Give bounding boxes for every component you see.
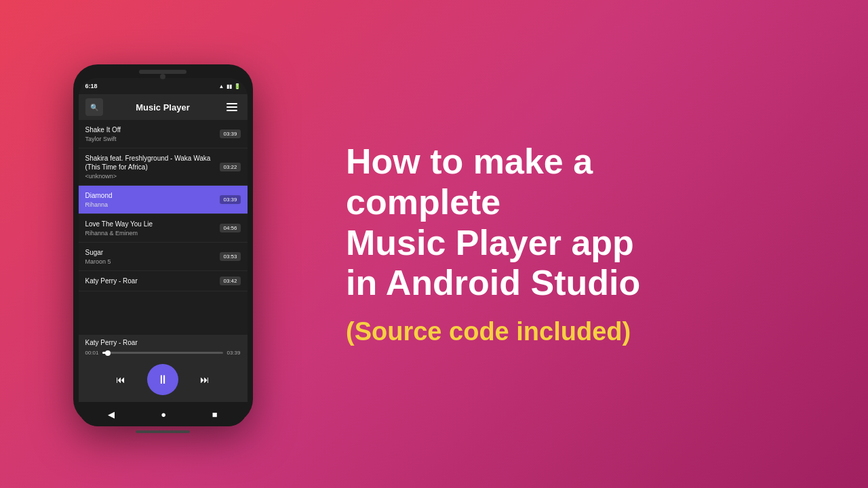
song-duration: 04:56 [220,224,240,232]
song-artist: Maroon 5 [85,258,216,265]
song-duration: 03:22 [220,163,240,171]
status-icons: ▲ ▮▮ 🔋 [219,83,241,89]
song-title: Sugar [85,248,216,257]
progress-thumb [105,350,111,356]
song-title: Katy Perry - Roar [85,277,216,285]
song-artist: <unknown> [85,173,216,180]
recents-icon: ■ [212,409,218,420]
now-playing-bar: Katy Perry - Roar 00:01 03:39 [79,335,248,359]
menu-icon [226,110,237,111]
source-code-text: (Source code included) [346,317,631,346]
song-title: Love The Way You Lie [85,220,216,228]
total-time: 03:39 [226,350,240,356]
song-info: Shakira feat. Freshlyground - Waka Waka … [85,154,216,180]
song-artist: Rihanna [85,201,216,208]
back-icon: ◀ [108,409,115,420]
phone-home-bar [136,430,190,433]
song-list: Shake It Off Taylor Swift 03:39 Shakira … [79,120,248,335]
progress-bar[interactable] [102,352,224,354]
song-info: Diamond Rihanna [85,191,216,208]
headline-line2: complete [346,182,500,222]
app-bar: 🔍 Music Player [79,94,248,120]
search-icon: 🔍 [90,104,98,111]
now-playing-title: Katy Perry - Roar [85,339,241,346]
back-button[interactable]: ◀ [108,409,115,420]
song-info: Shake It Off Taylor Swift [85,125,216,142]
list-item[interactable]: Sugar Maroon 5 03:53 [79,243,248,271]
playback-controls: ⏮ ⏸ ⏭ [79,359,248,402]
song-duration: 03:53 [220,252,240,261]
song-duration: 03:39 [220,195,240,204]
menu-icon [226,103,237,104]
status-bar: 6:18 ▲ ▮▮ 🔋 [79,78,248,94]
song-info: Katy Perry - Roar [85,277,216,285]
wifi-icon: ▲ [219,83,224,89]
current-time: 00:01 [85,350,99,356]
phone-camera [160,74,165,79]
song-duration: 03:42 [220,277,240,285]
battery-icon: 🔋 [234,83,241,89]
song-info: Sugar Maroon 5 [85,248,216,265]
prev-button[interactable]: ⏮ [111,369,131,390]
text-section: How to make a complete Music Player app … [326,115,868,373]
home-icon: ● [161,409,166,420]
song-artist: Taylor Swift [85,136,216,142]
prev-icon: ⏮ [116,374,125,385]
headline-line1: How to make a [346,142,593,181]
progress-container: 00:01 03:39 [85,350,241,356]
song-artist: Rihanna & Eminem [85,230,216,237]
list-item-active[interactable]: Diamond Rihanna 03:39 [79,186,248,214]
song-info: Love The Way You Lie Rihanna & Eminem [85,220,216,237]
search-button[interactable]: 🔍 [85,98,103,116]
song-title: Diamond [85,191,216,200]
pause-icon: ⏸ [157,373,169,387]
phone-section: 6:18 ▲ ▮▮ 🔋 🔍 Music Player [0,0,326,488]
home-button[interactable]: ● [161,409,166,420]
headline: How to make a complete Music Player app … [346,142,640,304]
song-title: Shake It Off [85,125,216,134]
song-title: Shakira feat. Freshlyground - Waka Waka … [85,154,216,171]
headline-line3: Music Player app [346,223,634,262]
menu-icon [226,106,237,108]
app-title: Music Player [136,102,190,113]
status-time: 6:18 [85,83,98,89]
headline-line4: in Android Studio [346,263,640,302]
play-pause-button[interactable]: ⏸ [147,364,178,395]
song-duration: 03:39 [220,129,240,138]
list-item[interactable]: Shakira feat. Freshlyground - Waka Waka … [79,148,248,186]
menu-button[interactable] [223,98,241,116]
next-icon: ⏭ [200,374,210,385]
progress-fill [102,352,108,354]
signal-icon: ▮▮ [226,83,232,89]
next-button[interactable]: ⏭ [195,369,215,390]
navigation-bar: ◀ ● ■ [79,402,248,426]
list-item[interactable]: Katy Perry - Roar 03:42 [79,271,248,291]
recents-button[interactable]: ■ [212,409,218,420]
phone-screen: 6:18 ▲ ▮▮ 🔋 🔍 Music Player [79,78,248,426]
phone-mockup: 6:18 ▲ ▮▮ 🔋 🔍 Music Player [73,64,253,424]
list-item[interactable]: Love The Way You Lie Rihanna & Eminem 04… [79,214,248,243]
list-item[interactable]: Shake It Off Taylor Swift 03:39 [79,120,248,148]
